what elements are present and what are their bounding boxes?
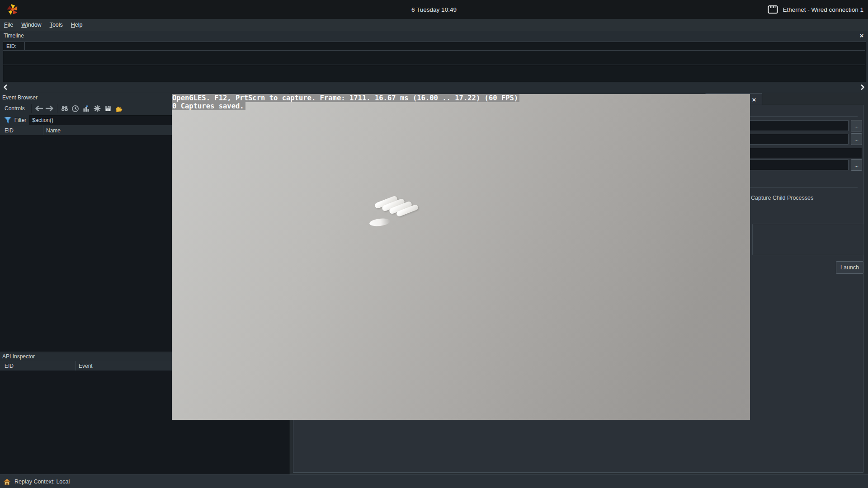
ethernet-icon bbox=[767, 5, 778, 14]
timeline-row-divider bbox=[3, 50, 865, 51]
event-browser-title: Event Browser bbox=[2, 94, 38, 101]
column-header-eid[interactable]: EID bbox=[0, 126, 43, 135]
capture-child-processes-label[interactable]: Capture Child Processes bbox=[751, 195, 813, 201]
menu-tools[interactable]: Tools bbox=[46, 22, 67, 28]
close-icon[interactable]: × bbox=[750, 95, 758, 103]
save-icon[interactable] bbox=[103, 103, 113, 113]
network-label: Ethernet - Wired connection 1 bbox=[783, 6, 863, 13]
filter-funnel-icon bbox=[4, 116, 12, 124]
replay-context-status: Replay Context: Local bbox=[14, 479, 70, 485]
close-icon[interactable]: × bbox=[858, 32, 865, 39]
timeline-scroll-bar bbox=[0, 82, 868, 92]
menu-window[interactable]: Window bbox=[17, 22, 45, 28]
clock-icon[interactable] bbox=[70, 103, 81, 113]
browse-button[interactable]: ... bbox=[851, 159, 862, 171]
timeline-panel: Timeline × EID: bbox=[0, 31, 868, 93]
timeline-track-area[interactable]: EID: bbox=[3, 42, 866, 82]
system-top-bar: 6 Tuesday 10:49 Ethernet - Wired connect… bbox=[0, 0, 868, 19]
menu-help[interactable]: Help bbox=[67, 22, 87, 28]
back-arrow-icon[interactable] bbox=[33, 103, 44, 113]
launch-button[interactable]: Launch bbox=[836, 261, 863, 274]
bookmark-asterisk-icon[interactable] bbox=[92, 103, 103, 113]
menu-file[interactable]: File bbox=[0, 22, 17, 28]
status-bar: Replay Context: Local bbox=[0, 474, 868, 488]
chevron-right-icon[interactable] bbox=[859, 84, 866, 90]
stats-icon[interactable] bbox=[81, 103, 92, 113]
forward-arrow-icon[interactable] bbox=[44, 103, 55, 113]
timeline-row-divider bbox=[3, 65, 865, 65]
network-indicator[interactable]: Ethernet - Wired connection 1 bbox=[767, 0, 863, 19]
options-group-box bbox=[752, 224, 863, 255]
browse-button[interactable]: ... bbox=[851, 120, 862, 131]
menu-bar: File Window Tools Help bbox=[0, 19, 868, 31]
clock[interactable]: 6 Tuesday 10:49 bbox=[0, 0, 868, 19]
browse-button[interactable]: ... bbox=[851, 133, 862, 145]
find-icon[interactable] bbox=[59, 103, 70, 113]
home-icon bbox=[3, 478, 11, 486]
filter-value: $action() bbox=[32, 117, 53, 123]
timeline-panel-title: Timeline bbox=[4, 33, 24, 39]
chevron-left-icon[interactable] bbox=[2, 84, 9, 90]
column-header-eid[interactable]: EID bbox=[0, 361, 76, 371]
toolbar-separator bbox=[57, 104, 57, 113]
api-inspector-title: API Inspector bbox=[2, 353, 35, 360]
toolbar-separator bbox=[31, 104, 32, 113]
extension-puzzle-icon[interactable] bbox=[113, 103, 124, 113]
overlay-captures-line: 0 Captures saved. bbox=[172, 102, 750, 110]
controls-label: Controls bbox=[0, 105, 29, 112]
renderdoc-window: 6 Tuesday 10:49 Ethernet - Wired connect… bbox=[0, 0, 868, 488]
timeline-eid-label: EID: bbox=[3, 42, 25, 50]
captured-app-window[interactable]: OpenGLES. F12, PrtScrn to capture. Frame… bbox=[172, 94, 750, 420]
filter-label: Filter bbox=[14, 117, 27, 123]
overlay-stats-line: OpenGLES. F12, PrtScrn to capture. Frame… bbox=[172, 94, 750, 102]
